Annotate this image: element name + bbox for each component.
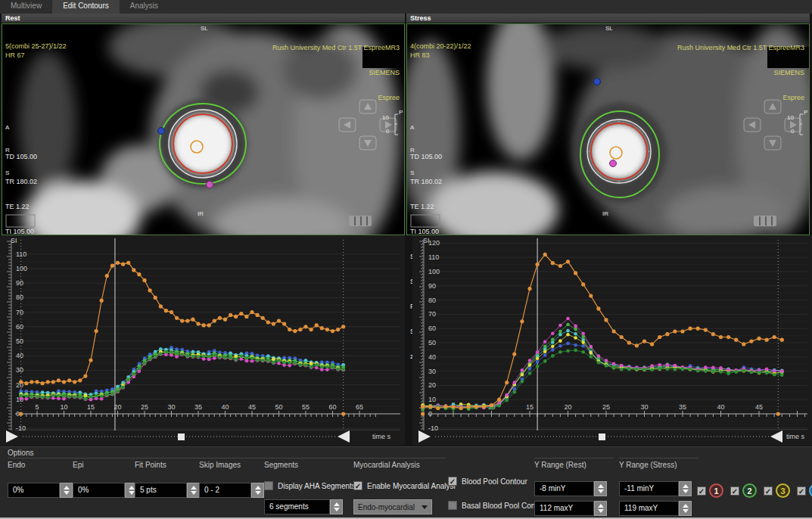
step-up-icon[interactable]	[129, 486, 135, 489]
svg-text:20: 20	[564, 403, 571, 411]
step-up-icon[interactable]	[255, 486, 261, 489]
segments-stepper[interactable]	[330, 499, 343, 514]
orientation-ir: IR	[198, 210, 204, 218]
blue-marker-dot[interactable]	[158, 128, 165, 135]
epi-value[interactable]: 0%	[73, 483, 125, 498]
step-down-icon[interactable]	[64, 491, 70, 495]
slider-handle[interactable]	[599, 434, 605, 440]
contour-set-4-checkbox[interactable]: ✓	[797, 486, 806, 496]
contour-set-2-badge[interactable]: 2	[742, 483, 757, 498]
y-range-rest-min-value[interactable]: -8 minY	[534, 481, 594, 496]
contour-set-4-badge[interactable]: 4	[809, 483, 812, 498]
svg-text:10: 10	[60, 403, 67, 411]
svg-text:50: 50	[16, 337, 23, 345]
stress-si-chart[interactable]: -100102030405060708090100110120SI5101520…	[412, 235, 812, 446]
y-range-stress-max-stepper[interactable]	[679, 501, 692, 516]
contour-set-1-badge[interactable]: 1	[709, 483, 723, 498]
fit-points-label: Fit Points	[135, 461, 201, 469]
step-up-icon[interactable]	[598, 504, 604, 508]
y-range-rest-max-value[interactable]: 112 maxY	[534, 501, 594, 516]
y-range-stress-min-stepper[interactable]	[679, 481, 692, 496]
segments-spinner[interactable]: 6 segments	[264, 499, 343, 514]
svg-text:30: 30	[428, 368, 436, 375]
step-up-icon[interactable]	[191, 486, 197, 489]
contour-set-3-checkbox[interactable]: ✓	[764, 486, 773, 496]
y-range-stress-label: Y Range (Stress)	[619, 461, 698, 469]
endo-group: Endo 0%	[8, 458, 74, 508]
endo-value[interactable]: 0%	[8, 483, 60, 498]
skip-images-stepper[interactable]	[251, 483, 264, 498]
svg-text:40: 40	[717, 403, 724, 411]
y-range-rest-max-spinner[interactable]: 112 maxY	[534, 501, 607, 516]
contour-set-1-checkbox[interactable]: ✓	[697, 486, 706, 496]
step-down-icon[interactable]	[191, 491, 197, 495]
endo-stepper[interactable]	[60, 483, 73, 498]
fit-points-value[interactable]: 5 pts	[135, 483, 187, 498]
step-up-icon[interactable]	[334, 502, 340, 506]
y-range-rest-min-stepper[interactable]	[594, 481, 607, 496]
contour-set-3-badge[interactable]: 3	[776, 483, 790, 498]
myocardial-analysis-dropdown[interactable]: Endo-myocardial	[353, 499, 432, 514]
segments-value[interactable]: 6 segments	[264, 499, 330, 514]
tab-edit-contours[interactable]: Edit Contours	[52, 0, 120, 14]
svg-text:110: 110	[16, 250, 26, 258]
film-strip-icon[interactable]	[754, 216, 776, 226]
step-down-icon[interactable]	[255, 491, 261, 495]
step-up-icon[interactable]	[64, 486, 70, 489]
options-panel: Options Endo 0% Epi 0% Fit Points 5 pts …	[0, 446, 812, 518]
magenta-marker-dot[interactable]	[610, 160, 617, 167]
y-range-stress-max-value[interactable]: 119 maxY	[619, 501, 679, 516]
step-up-icon[interactable]	[598, 484, 604, 488]
epi-spinner[interactable]: 0%	[73, 483, 138, 498]
skip-images-value[interactable]: 0 - 2	[199, 483, 251, 498]
tab-multiview[interactable]: Multiview	[0, 0, 52, 14]
y-range-rest-max-stepper[interactable]	[594, 501, 607, 516]
y-range-stress-min-value[interactable]: -11 minY	[619, 481, 679, 496]
svg-text:90: 90	[16, 279, 23, 287]
svg-text:80: 80	[16, 294, 23, 301]
fit-points-stepper[interactable]	[187, 483, 200, 498]
y-range-stress-min-spinner[interactable]: -11 minY	[619, 481, 692, 496]
tab-analysis[interactable]: Analysis	[120, 0, 169, 14]
ruler-max-label: 10	[787, 114, 794, 122]
step-up-icon[interactable]	[683, 484, 689, 488]
svg-text:100: 100	[16, 265, 27, 272]
step-down-icon[interactable]	[598, 509, 604, 513]
blood-pool-contour-label: Blood Pool Contour	[462, 477, 527, 486]
orientation-a: A	[410, 124, 420, 132]
enable-myocardial-analysis-checkbox[interactable]: ✓	[353, 481, 362, 490]
param-td: TD 105.00	[410, 153, 533, 161]
contour-set-2-checkbox[interactable]: ✓	[730, 486, 739, 496]
step-down-icon[interactable]	[598, 489, 604, 493]
step-up-icon[interactable]	[683, 504, 689, 508]
step-down-icon[interactable]	[129, 491, 135, 495]
y-axis-title: SI	[423, 237, 430, 244]
display-aha-segments-checkbox[interactable]	[264, 481, 273, 490]
param-td: TD 105.00	[5, 153, 128, 161]
svg-text:-10: -10	[428, 424, 438, 432]
skip-images-spinner[interactable]: 0 - 2	[199, 483, 264, 498]
step-down-icon[interactable]	[683, 509, 689, 513]
blue-marker-dot[interactable]	[594, 79, 601, 85]
magenta-marker-dot[interactable]	[207, 182, 213, 188]
y-range-stress-max-spinner[interactable]: 119 maxY	[619, 501, 692, 516]
film-strip-icon[interactable]	[349, 216, 372, 226]
slider-handle[interactable]	[178, 434, 185, 440]
step-down-icon[interactable]	[334, 508, 340, 511]
segments-label: Segments	[264, 461, 353, 469]
rest-si-chart[interactable]: -100102030405060708090100110SI5101520253…	[0, 235, 405, 446]
endo-spinner[interactable]: 0%	[8, 483, 73, 498]
svg-text:-10: -10	[16, 424, 26, 432]
stress-mri-image[interactable]: 4(combi 20-22)/1/22 HR 83 Rush Universit…	[406, 23, 810, 235]
tab-bar: Multiview Edit Contours Analysis	[0, 0, 812, 14]
rest-mri-image[interactable]: 5(combi 25-27)/1/22 HR 67 Rush Universit…	[2, 23, 405, 235]
fit-points-spinner[interactable]: 5 pts	[135, 483, 200, 498]
orientation-p: P	[399, 109, 403, 117]
svg-text:60: 60	[328, 403, 336, 411]
step-down-icon[interactable]	[683, 489, 689, 493]
basal-blood-pool-contour-checkbox[interactable]	[448, 501, 457, 510]
svg-text:15: 15	[526, 403, 534, 411]
svg-text:55: 55	[302, 403, 310, 411]
y-range-rest-min-spinner[interactable]: -8 minY	[534, 481, 607, 496]
blood-pool-contour-checkbox[interactable]: ✓	[448, 477, 457, 486]
